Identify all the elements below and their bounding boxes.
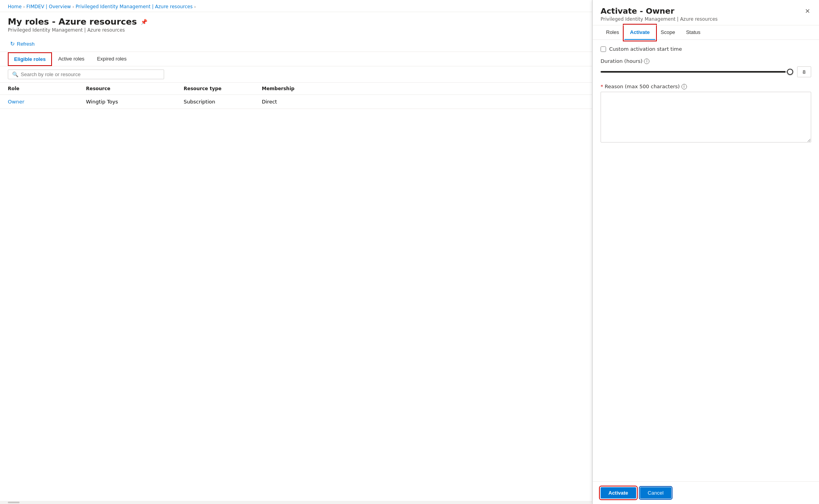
refresh-button[interactable]: ↻ Refresh <box>8 39 37 48</box>
page-subtitle: Privileged Identity Management | Azure r… <box>8 27 584 33</box>
breadcrumb-pim[interactable]: Privileged Identity Management | Azure r… <box>75 4 193 9</box>
side-panel-header: Activate - Owner Privileged Identity Man… <box>593 0 819 25</box>
col-resource-type: Resource type <box>184 86 262 91</box>
search-input[interactable] <box>21 71 160 77</box>
side-panel-tabs: Roles Activate Scope Status <box>593 25 819 40</box>
activate-button[interactable]: Activate <box>601 487 636 499</box>
duration-value: 8 <box>797 66 811 77</box>
duration-slider[interactable] <box>601 71 793 73</box>
side-tab-activate-label: Activate <box>630 29 650 35</box>
role-cell[interactable]: Owner <box>8 99 86 105</box>
breadcrumb-sep-3: › <box>194 5 196 9</box>
scrollbar-thumb[interactable] <box>8 502 20 503</box>
search-icon: 🔍 <box>12 71 18 77</box>
tab-eligible-roles[interactable]: Eligible roles <box>8 52 52 66</box>
col-membership: Membership <box>262 86 340 91</box>
main-tabs: Eligible roles Active roles Expired role… <box>0 52 592 66</box>
duration-info-icon[interactable]: i <box>644 59 649 64</box>
search-bar: 🔍 <box>0 66 592 83</box>
right-panel: Activate - Owner Privileged Identity Man… <box>592 0 819 504</box>
side-panel-title: Activate - Owner <box>601 6 811 16</box>
duration-label: Duration (hours) i <box>601 58 811 64</box>
col-resource: Resource <box>86 86 184 91</box>
reason-textarea[interactable] <box>601 92 811 142</box>
slider-row: 8 <box>601 66 811 77</box>
refresh-label: Refresh <box>17 41 35 47</box>
col-actions <box>340 86 584 91</box>
reason-info-icon[interactable]: i <box>681 84 687 89</box>
scrollbar-area <box>0 501 592 504</box>
side-panel-subtitle: Privileged Identity Management | Azure r… <box>601 16 811 22</box>
breadcrumb: Home › FIMDEV | Overview › Privileged Id… <box>0 0 592 12</box>
search-wrapper: 🔍 <box>8 69 164 79</box>
cancel-button[interactable]: Cancel <box>640 487 671 499</box>
side-panel-footer: Activate Cancel <box>593 481 819 504</box>
page-title: My roles - Azure resources <box>8 17 137 27</box>
reason-label: * Reason (max 500 characters) i <box>601 84 811 89</box>
membership-cell: Direct <box>262 99 340 105</box>
breadcrumb-sep-2: › <box>72 5 74 9</box>
side-panel-body: Custom activation start time Duration (h… <box>593 40 819 481</box>
custom-start-row: Custom activation start time <box>601 46 811 52</box>
side-tab-activate[interactable]: Activate <box>624 25 655 40</box>
reason-required-star: * <box>601 84 603 89</box>
side-tab-status-label: Status <box>686 29 701 35</box>
custom-start-checkbox[interactable] <box>601 46 606 52</box>
side-tab-roles[interactable]: Roles <box>601 25 624 40</box>
page-header: My roles - Azure resources 📌 Privileged … <box>0 12 592 36</box>
side-tab-roles-label: Roles <box>606 29 619 35</box>
tab-expired-roles[interactable]: Expired roles <box>91 52 133 66</box>
table-row: Owner Wingtip Toys Subscription Direct <box>0 95 592 109</box>
pin-icon[interactable]: 📌 <box>141 19 147 25</box>
tab-active-roles[interactable]: Active roles <box>52 52 91 66</box>
table-header: Role Resource Resource type Membership <box>0 83 592 95</box>
breadcrumb-fimdev[interactable]: FIMDEV | Overview <box>26 4 71 9</box>
reason-section: * Reason (max 500 characters) i <box>601 84 811 144</box>
side-tab-status[interactable]: Status <box>681 25 706 40</box>
col-role: Role <box>8 86 86 91</box>
left-panel: Home › FIMDEV | Overview › Privileged Id… <box>0 0 592 504</box>
breadcrumb-home[interactable]: Home <box>8 4 21 9</box>
toolbar: ↻ Refresh <box>0 36 592 52</box>
side-tab-scope[interactable]: Scope <box>655 25 681 40</box>
duration-section: Duration (hours) i 8 <box>601 58 811 77</box>
refresh-icon: ↻ <box>10 41 15 47</box>
resource-cell: Wingtip Toys <box>86 99 184 105</box>
close-button[interactable]: ✕ <box>802 5 813 16</box>
custom-start-label[interactable]: Custom activation start time <box>609 46 682 52</box>
resource-type-cell: Subscription <box>184 99 262 105</box>
side-tab-scope-label: Scope <box>661 29 675 35</box>
breadcrumb-sep-1: › <box>23 5 25 9</box>
